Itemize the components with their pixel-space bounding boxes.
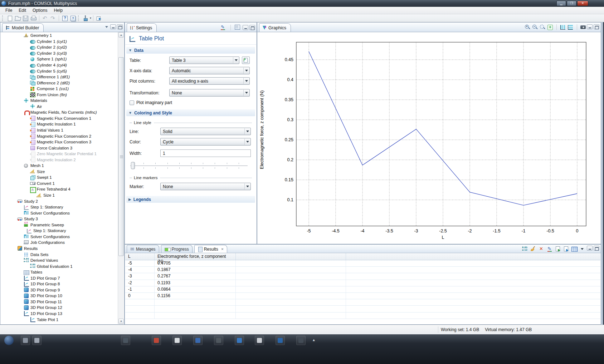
tree-item[interactable]: Step 1: Stationary [1,204,118,210]
tree-item[interactable]: 1D Plot Group 8 [1,281,118,287]
column-header[interactable]: L [125,253,155,260]
tree-item[interactable]: Initial Values 1 [1,127,118,133]
tree-item[interactable]: Zero Magnetic Scalar Potential 1 [1,151,118,157]
panel-maximize-icon[interactable] [594,246,599,251]
table-view-icon[interactable] [571,246,578,252]
zoom-out-icon[interactable] [532,24,538,30]
tree-item[interactable]: 3D Plot Group 10 [1,293,118,299]
tab-progress[interactable]: Progress [161,245,193,253]
transformation-select[interactable]: None [169,89,250,97]
panel-minimize-icon[interactable] [587,24,593,29]
tree-item[interactable]: Solver Configurations [1,234,118,240]
width-slider[interactable] [130,161,251,171]
panel-maximize-icon[interactable] [594,24,599,29]
section-data[interactable]: ▼ Data [126,47,255,54]
color-select[interactable]: Cycle [160,138,251,146]
tree-item[interactable]: Difference 1(dif1) [1,74,118,80]
grid-x-icon[interactable] [560,24,566,30]
taskbar-item[interactable] [193,336,203,345]
table-row[interactable]: -40.1867 [125,267,600,273]
tree-item[interactable]: Air [1,104,118,110]
zoom-extents-icon[interactable] [547,24,553,30]
help-icon[interactable] [61,15,68,21]
tree-item[interactable]: Convert 1 [1,181,118,187]
tree-item[interactable]: Cylinder 1(cyl1) [1,39,118,45]
column-header[interactable]: Electromagnetic force, z component (N) [155,253,236,260]
tree-item[interactable]: Magnetic Fields, No Currents(mfnc) [1,109,118,115]
tree-item[interactable]: Results [1,246,118,252]
tree-item[interactable]: Form Union(fin) [1,92,118,98]
panel-minimize-icon[interactable] [587,246,593,251]
tree-item[interactable]: Job Configurations [1,240,118,246]
close-tab-icon[interactable]: ✕ [221,247,224,251]
export-icon[interactable] [96,15,103,21]
snapshot-icon[interactable] [580,24,586,30]
panel-minimize-icon[interactable] [243,25,248,30]
plot-pencil-icon[interactable] [547,246,553,252]
print-icon[interactable] [30,15,37,21]
scroll-down-icon[interactable]: ▼ [118,319,124,324]
menu-help[interactable]: Help [50,7,66,14]
taskbar-item[interactable] [296,336,306,345]
export-table-icon[interactable] [563,246,569,252]
table-row[interactable]: -30.2767 [125,273,600,280]
show-hidden-icons[interactable]: ▲ [312,338,316,342]
maximize-button[interactable]: ❐ [567,1,576,6]
tree-item[interactable]: Difference 2(dif2) [1,80,118,86]
copy-table-icon[interactable] [555,246,561,252]
help-report-icon[interactable] [234,24,241,31]
menu-edit[interactable]: Edit [15,7,29,14]
width-input[interactable]: 1 [160,149,251,157]
section-coloring-style[interactable]: ▼ Coloring and Style [126,109,255,116]
column-header[interactable] [346,253,600,260]
panel-maximize-icon[interactable] [249,25,255,30]
zoom-in-icon[interactable] [525,24,531,30]
plot-columns-select[interactable]: All excluding x-axis [169,77,250,85]
taskbar-item[interactable] [255,336,264,345]
tree-item[interactable]: Study 2 [1,198,118,204]
graphics-tab[interactable]: Graphics [259,23,291,32]
tree-item[interactable]: Magnetic Flux Conservation 2 [1,133,118,139]
full-precision-icon[interactable] [522,246,528,252]
table-row[interactable] [125,306,600,312]
tree-item[interactable]: 3D Plot Group 11 [1,299,118,305]
title-bar[interactable]: Forum.mph - COMSOL Multiphysics ▁ ❐ ✕ [0,0,604,7]
clear-plot-icon[interactable] [82,15,89,21]
tree-item[interactable]: Cylinder 4(cyl4) [1,62,118,68]
taskbar-item[interactable] [32,336,42,345]
menu-arrow-icon[interactable] [580,246,586,252]
tree-item[interactable]: Geometry 1 [1,33,118,39]
create-plot-icon[interactable] [220,24,227,31]
tree-item[interactable]: Cylinder 5(cyl5) [1,68,118,74]
settings-tab[interactable]: Settings [127,23,157,32]
start-button[interactable] [4,336,14,345]
tree-item[interactable]: Global Evaluation 1 [1,263,118,269]
grid-y-icon[interactable] [568,24,574,30]
line-select[interactable]: Solid [160,128,251,135]
tab-messages[interactable]: Messages [127,245,159,253]
table-row[interactable] [125,313,600,319]
xaxis-select[interactable]: Automatic [169,67,250,74]
tree-item[interactable]: 3D Plot Group 12 [1,305,118,311]
close-button[interactable]: ✕ [577,1,588,6]
panel-minimize-icon[interactable] [110,24,116,29]
tree-item[interactable]: Size [1,169,118,175]
model-builder-tab[interactable]: Model Builder [2,23,44,32]
new-icon[interactable] [6,15,13,21]
marker-select[interactable]: None [160,183,251,190]
table-row[interactable] [125,299,600,306]
tree-item[interactable]: Magnetic Flux Conservation 1 [1,115,118,122]
tree-item[interactable]: Data Sets [1,251,118,257]
tree-item[interactable]: Derived Values [1,257,118,264]
taskbar-item[interactable] [21,336,30,345]
minimize-button[interactable]: ▁ [556,1,566,6]
slider-handle[interactable] [131,162,135,169]
menu-options[interactable]: Options [29,7,50,14]
tree-item[interactable]: Magnetic Insulation 2 [1,157,118,163]
tree-item[interactable]: 1D Plot Group 7 [1,275,118,281]
table-row[interactable]: -20.1193 [125,280,600,286]
tree-item[interactable]: Sphere 1(sph1) [1,56,118,62]
tree-item[interactable]: Step 1: Stationary [1,228,118,234]
panel-maximize-icon[interactable] [117,24,123,29]
taskbar-item[interactable] [276,336,285,345]
